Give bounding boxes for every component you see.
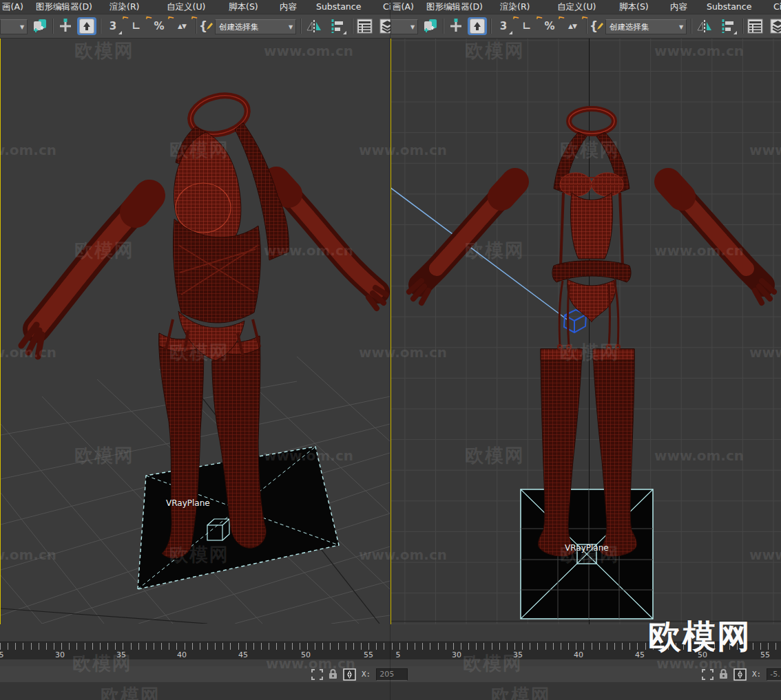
isolate-selection-icon[interactable] — [311, 669, 323, 680]
selection-lock-icon[interactable] — [719, 669, 728, 679]
mirror-icon — [696, 19, 713, 33]
select-and-move-button[interactable] — [56, 17, 74, 35]
ruler-frame-number: 30 — [452, 650, 461, 659]
mirror-button[interactable] — [695, 17, 714, 35]
absolute-mode-icon[interactable] — [733, 668, 747, 681]
chevron-down-icon: ▼ — [408, 20, 417, 34]
chevron-down-icon: ▼ — [286, 20, 295, 34]
mirror-icon — [306, 19, 322, 33]
menu-item-animation[interactable]: 画(A) — [393, 1, 414, 13]
layers-icon — [379, 19, 390, 34]
trackbar-spacer — [0, 624, 781, 641]
time-slider-ruler[interactable]: 53035404550555303540455055 — [0, 641, 781, 661]
menu-item-rendering[interactable]: 渲染(R) — [110, 1, 139, 13]
x-coordinate-label: X: — [752, 670, 761, 679]
select-place-icon — [422, 18, 439, 34]
menu-item-substance[interactable]: Substance — [316, 1, 361, 12]
align-button[interactable] — [326, 17, 347, 35]
main-toolbar-2: ▼ 3⌐ ∟⌐ %⌐ — [390, 14, 781, 39]
window-seam — [390, 0, 390, 700]
x-coordinate-label: X: — [362, 670, 371, 679]
edit-named-selection-sets-button[interactable]: { — [589, 17, 604, 35]
edit-named-selection-sets-button[interactable]: { — [198, 17, 214, 35]
x-coordinate-field-right[interactable]: -5. — [767, 668, 781, 681]
layer-explorer-toggle-button[interactable] — [378, 17, 390, 35]
menu-item-rendering[interactable]: 渲染(R) — [500, 1, 530, 13]
percent-snap-button[interactable]: %⌐ — [541, 17, 559, 35]
snap-toggle-3d-button[interactable]: 3⌐ — [494, 17, 513, 35]
ruler-frame-number: 5 — [396, 650, 401, 659]
move-cross-icon — [58, 19, 73, 34]
scene-explorer-toggle-button[interactable] — [746, 17, 764, 35]
3dsmax-dual-screenshot: VRayPlane — [0, 0, 781, 700]
ruler-frame-number: 40 — [177, 650, 187, 659]
ruler-frame-number: 35 — [513, 650, 523, 659]
ruler-frame-number: 50 — [698, 650, 707, 659]
selection-filter-combo[interactable]: ▼ — [0, 19, 28, 34]
select-place-icon — [32, 18, 48, 34]
menu-item-scripting[interactable]: 脚本(S) — [619, 1, 649, 13]
menu-item-graph-editor[interactable]: 图形编辑器(D) — [36, 1, 92, 13]
table-list-icon — [747, 19, 763, 34]
isolate-selection-icon[interactable] — [702, 669, 714, 680]
menu-item-substance[interactable]: Substance — [707, 1, 751, 12]
menu-item-content[interactable]: 内容 — [670, 1, 687, 13]
menu-item-customize[interactable]: 自定义(U) — [167, 1, 205, 13]
scene-explorer-toggle-button[interactable] — [355, 17, 374, 35]
ruler-frame-number: 40 — [574, 650, 583, 659]
menu-item-civil-view[interactable]: Civi — [773, 1, 781, 12]
menu-item-scripting[interactable]: 脚本(S) — [229, 1, 258, 13]
ruler-frame-number: 55 — [364, 650, 373, 659]
table-list-icon — [357, 19, 373, 34]
select-and-move-button[interactable] — [447, 17, 465, 35]
percent-snap-button[interactable]: %⌐ — [150, 17, 168, 35]
main-toolbar: ▼ 3⌐ ∟⌐ %⌐ — [0, 14, 390, 39]
ruler-frame-number: 55 — [760, 650, 770, 659]
angle-snap-button[interactable]: ∟⌐ — [127, 17, 146, 35]
menu-item-graph-editor[interactable]: 图形编辑器(D) — [426, 1, 483, 13]
select-arrow-icon — [83, 21, 91, 31]
menu-item-content[interactable]: 内容 — [280, 1, 297, 13]
window-right: 画(A) 图形编辑器(D) 渲染(R) 自定义(U) 脚本(S) 内容 Subs… — [390, 0, 781, 700]
ruler-spacer — [0, 659, 781, 666]
select-and-place-button[interactable] — [421, 17, 440, 35]
spinner-snap-button[interactable]: ▲▼⌐ — [172, 17, 191, 35]
absolute-mode-icon[interactable] — [343, 668, 356, 681]
select-object-button[interactable] — [77, 17, 96, 35]
selection-filter-combo[interactable]: ▼ — [390, 19, 418, 34]
ruler-frame-number: 45 — [635, 650, 645, 659]
selection-lock-icon[interactable] — [329, 669, 337, 679]
select-object-button[interactable] — [468, 17, 487, 35]
mirror-button[interactable] — [304, 17, 324, 35]
move-cross-icon — [448, 19, 464, 34]
angle-snap-button[interactable]: ∟⌐ — [517, 17, 537, 35]
snap-magnet-icon: ⌐ — [581, 12, 590, 23]
named-selection-set-combo[interactable]: 创建选择集▼ — [605, 19, 687, 34]
status-bar: X: 205 X: -5. — [0, 666, 781, 682]
ruler-frame-number: 5 — [0, 650, 4, 659]
named-selection-set-combo[interactable]: 创建选择集▼ — [215, 19, 296, 34]
spinner-snap-button[interactable]: ▲▼⌐ — [563, 17, 582, 35]
chevron-down-icon: ▼ — [676, 20, 686, 34]
bottom-spacer — [0, 682, 781, 700]
layers-icon — [770, 19, 781, 34]
status-group-left: X: 205 — [311, 668, 408, 681]
snap-magnet-icon: ⌐ — [190, 12, 199, 23]
ruler-frame-number: 35 — [116, 650, 126, 659]
ruler-frame-number: 50 — [301, 650, 311, 659]
snap-toggle-3d-button[interactable]: 3⌐ — [103, 17, 123, 35]
ruler-ticks — [0, 643, 781, 650]
menu-bar: 画(A) 图形编辑器(D) 渲染(R) 自定义(U) 脚本(S) 内容 Subs… — [0, 0, 390, 14]
ruler-frame-number: 30 — [55, 650, 65, 659]
status-group-right: X: -5. — [702, 668, 781, 681]
menu-item-animation[interactable]: 画(A) — [2, 1, 23, 13]
x-coordinate-field-left[interactable]: 205 — [376, 668, 408, 681]
chevron-down-icon: ▼ — [17, 20, 27, 34]
layer-explorer-toggle-button[interactable] — [769, 17, 781, 35]
align-button[interactable] — [717, 17, 738, 35]
select-arrow-icon — [473, 21, 481, 31]
menu-item-customize[interactable]: 自定义(U) — [557, 1, 596, 13]
ruler-frame-number: 45 — [238, 650, 248, 659]
select-and-place-button[interactable] — [30, 17, 50, 35]
window-left: 画(A) 图形编辑器(D) 渲染(R) 自定义(U) 脚本(S) 内容 Subs… — [0, 0, 390, 700]
